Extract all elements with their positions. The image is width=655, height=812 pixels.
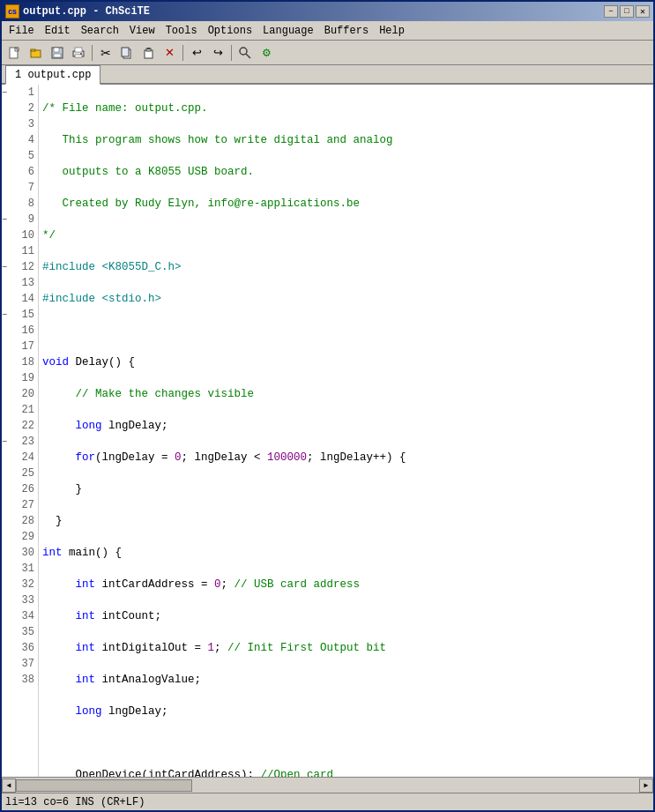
- new-button[interactable]: [5, 43, 25, 63]
- copy-button[interactable]: [117, 43, 137, 63]
- svg-rect-9: [75, 55, 82, 57]
- scroll-right-button[interactable]: ▶: [639, 778, 653, 793]
- title-bar: CS output.cpp - ChSciTE − □ ✕: [2, 2, 653, 21]
- code-line: long lngDelay;: [42, 418, 650, 434]
- menu-buffers[interactable]: Buffers: [319, 23, 374, 39]
- code-line: void Delay() {: [42, 354, 650, 370]
- compile-button[interactable]: ⚙: [257, 43, 276, 63]
- delete-button[interactable]: ✕: [160, 43, 179, 63]
- status-text: li=13 co=6 INS (CR+LF): [5, 796, 145, 808]
- redo-button[interactable]: ↪: [208, 43, 227, 63]
- svg-rect-8: [75, 48, 82, 52]
- code-line: long lngDelay;: [42, 704, 650, 719]
- code-content[interactable]: /* File name: output.cpp. This program s…: [39, 85, 653, 777]
- svg-rect-6: [54, 54, 61, 57]
- tab-output-cpp[interactable]: 1 output.cpp: [5, 65, 100, 85]
- code-line: /* File name: output.cpp.: [42, 101, 650, 116]
- save-button[interactable]: [48, 43, 67, 63]
- print-button[interactable]: [69, 43, 88, 63]
- code-line: int intAnalogValue;: [42, 672, 650, 688]
- svg-rect-15: [147, 48, 150, 49]
- svg-rect-5: [54, 48, 59, 52]
- close-button[interactable]: ✕: [636, 5, 650, 18]
- scroll-left-button[interactable]: ◀: [2, 778, 16, 793]
- menu-file[interactable]: File: [4, 23, 40, 39]
- code-line: #include <stdio.h>: [42, 291, 650, 307]
- code-line: outputs to a K8055 USB board.: [42, 164, 650, 180]
- tab-bar: 1 output.cpp: [2, 65, 653, 85]
- status-bar: li=13 co=6 INS (CR+LF): [2, 793, 653, 810]
- menu-edit[interactable]: Edit: [40, 23, 76, 39]
- code-line: }: [42, 481, 650, 497]
- code-line: int intCardAddress = 0; // USB card addr…: [42, 577, 650, 592]
- toolbar: ✂ ✕ ↩ ↪ ⚙: [2, 41, 653, 65]
- svg-point-10: [80, 53, 82, 55]
- code-line: int intDigitalOut = 1; // Init First Out…: [42, 640, 650, 656]
- code-line: for(lngDelay = 0; lngDelay < 100000; lng…: [42, 450, 650, 466]
- code-line: int intCount;: [42, 608, 650, 624]
- cut-button[interactable]: ✂: [96, 43, 115, 63]
- window: CS output.cpp - ChSciTE − □ ✕ File Edit …: [0, 0, 655, 812]
- menu-bar: File Edit Search View Tools Options Lang…: [2, 21, 653, 41]
- sep2: [182, 45, 183, 61]
- maximize-button[interactable]: □: [620, 5, 634, 18]
- line-numbers: −1 2 3 4 5 6 7 8 −9 10 11 −12 13 14 −15 …: [2, 85, 39, 777]
- svg-point-16: [240, 48, 247, 55]
- code-line: }: [42, 513, 650, 529]
- find-button[interactable]: [235, 43, 255, 63]
- paste-button[interactable]: [138, 43, 158, 63]
- open-button[interactable]: [26, 43, 46, 63]
- menu-language[interactable]: Language: [257, 23, 319, 39]
- sep3: [231, 45, 232, 61]
- undo-button[interactable]: ↩: [187, 43, 206, 63]
- scrollbar-area: ◀ ▶: [2, 777, 653, 793]
- code-line: // Make the changes visible: [42, 386, 650, 402]
- code-line: [42, 735, 650, 751]
- sep1: [92, 45, 93, 61]
- menu-options[interactable]: Options: [203, 23, 257, 39]
- code-line: Created by Rudy Elyn, info@re-applicatio…: [42, 196, 650, 212]
- tab-label: 1 output.cpp: [15, 69, 91, 81]
- code-line: This program shows how to write digital …: [42, 132, 650, 148]
- menu-tools[interactable]: Tools: [160, 23, 203, 39]
- minimize-button[interactable]: −: [604, 5, 618, 18]
- code-line: [42, 323, 650, 339]
- h-scrollbar[interactable]: [16, 778, 639, 793]
- svg-rect-12: [122, 48, 129, 56]
- code-line: int main() {: [42, 545, 650, 561]
- menu-view[interactable]: View: [124, 23, 160, 39]
- menu-search[interactable]: Search: [76, 23, 124, 39]
- code-area[interactable]: −1 2 3 4 5 6 7 8 −9 10 11 −12 13 14 −15 …: [2, 85, 653, 777]
- window-title: output.cpp - ChSciTE: [23, 5, 150, 18]
- scroll-thumb[interactable]: [16, 779, 192, 792]
- app-icon: CS: [5, 4, 19, 19]
- menu-help[interactable]: Help: [374, 23, 410, 39]
- svg-rect-3: [31, 49, 35, 51]
- code-line: #include <K8055D_C.h>: [42, 259, 650, 275]
- code-line: */: [42, 227, 650, 243]
- code-line: OpenDevice(intCardAddress); //Open card: [42, 767, 650, 777]
- svg-line-17: [246, 54, 250, 58]
